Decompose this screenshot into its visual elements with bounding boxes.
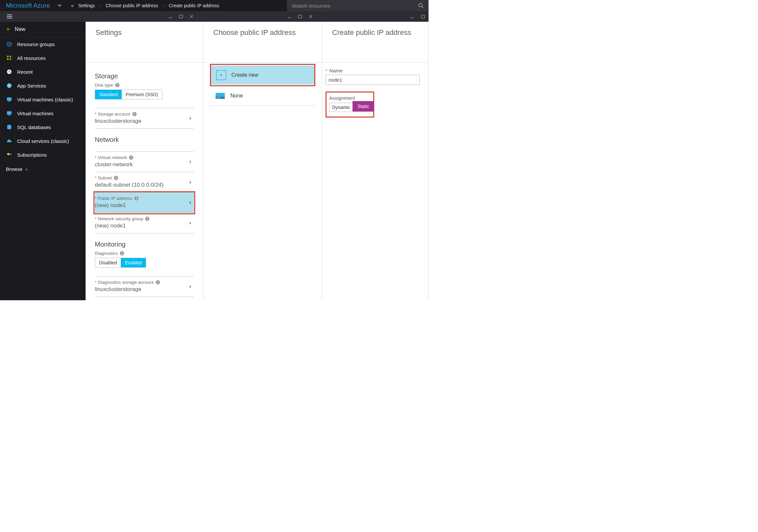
nav-vm-classic[interactable]: Virtual machines (classic) <box>0 92 86 106</box>
monitor-icon <box>6 110 13 117</box>
svg-line-1 <box>422 7 424 8</box>
plus-icon: + <box>6 26 10 32</box>
nav-cloud-classic[interactable]: Cloud services (classic) <box>0 134 86 148</box>
blade-header: Create public IP address <box>322 22 428 62</box>
row-nsg[interactable]: *Network security groupi (new) node1 › <box>95 213 194 233</box>
toggle-option-premium[interactable]: Premium (SSD) <box>122 90 162 99</box>
svg-point-26 <box>220 97 220 98</box>
minimize-icon[interactable] <box>409 13 416 20</box>
toggle-option-dynamic[interactable]: Dynamic <box>329 103 353 112</box>
row-subnet[interactable]: *Subneti default-subnet (10.0.0.0/24) › <box>95 172 194 193</box>
row-value: default-subnet (10.0.0.0/24) <box>95 182 187 188</box>
chevron-right-icon: › <box>187 112 194 124</box>
close-icon[interactable] <box>307 13 314 20</box>
info-icon[interactable]: i <box>115 83 120 87</box>
info-icon[interactable]: i <box>132 112 137 116</box>
toggle-option-disabled[interactable]: Disabled <box>95 258 121 267</box>
chevron-right-icon: › <box>187 280 194 293</box>
database-icon <box>6 124 13 130</box>
toggle-option-static[interactable]: Static <box>354 102 373 111</box>
name-label: *Name <box>326 68 420 73</box>
diagnostics-toggle[interactable]: Disabled Enabled <box>95 258 146 267</box>
section-header-network: Network <box>95 136 194 144</box>
chevron-right-icon: › <box>187 216 194 229</box>
plus-icon: + <box>216 70 226 80</box>
none-option[interactable]: None <box>210 86 315 106</box>
blade-settings: Settings Storage Disk type i Standard Pr… <box>86 22 203 300</box>
svg-rect-5 <box>298 15 302 18</box>
search-placeholder: Search resources <box>292 3 330 9</box>
cloud-icon <box>6 138 13 144</box>
top-bar: Microsoft Azure « Settings › Choose publ… <box>0 0 429 11</box>
breadcrumb-item-1[interactable]: Choose public IP address <box>106 3 158 8</box>
search-icon[interactable] <box>418 3 424 9</box>
row-value: (new) node1 <box>95 202 187 209</box>
assignment-static-highlight[interactable]: Static <box>353 101 374 112</box>
breadcrumb-item-2[interactable]: Create public IP address <box>169 3 219 8</box>
svg-rect-3 <box>179 15 183 18</box>
assignment-label: Assignment <box>329 95 369 101</box>
brand-dropdown-icon[interactable] <box>56 2 63 9</box>
assignment-toggle[interactable]: Dynamic <box>329 103 353 112</box>
brand-logo[interactable]: Microsoft Azure <box>0 2 56 9</box>
nav-recent[interactable]: Recent <box>0 65 86 79</box>
new-button[interactable]: + New <box>0 22 86 37</box>
svg-rect-16 <box>7 111 12 115</box>
create-new-option[interactable]: + Create new <box>211 65 314 85</box>
main-area: + New Resource groups All resources Rece… <box>0 22 429 300</box>
info-icon[interactable]: i <box>129 156 133 160</box>
nav-resource-groups[interactable]: Resource groups <box>0 37 86 51</box>
nav-subscriptions[interactable]: Subscriptions <box>0 148 86 161</box>
info-icon[interactable]: i <box>145 217 150 221</box>
disk-type-label: Disk type i <box>95 83 194 88</box>
ip-icon <box>215 91 225 101</box>
toggle-option-enabled[interactable]: Enabled <box>121 258 146 267</box>
secondary-bar <box>0 11 429 22</box>
close-icon[interactable] <box>188 13 195 20</box>
grid-icon <box>6 54 13 61</box>
info-icon[interactable]: i <box>120 251 124 256</box>
hamburger-icon[interactable] <box>0 11 84 22</box>
nav-label: Virtual machines <box>17 111 54 116</box>
nav-vm[interactable]: Virtual machines <box>0 106 86 120</box>
nav-sql[interactable]: SQL databases <box>0 120 86 134</box>
minimize-icon[interactable] <box>167 13 174 20</box>
section-header-monitoring: Monitoring <box>95 241 194 248</box>
nav-label: App Services <box>17 83 46 89</box>
name-input[interactable] <box>326 75 420 85</box>
toggle-option-standard[interactable]: Standard <box>95 90 122 99</box>
row-virtual-network[interactable]: *Virtual networki cluster-network › <box>95 152 194 172</box>
search-input[interactable]: Search resources <box>287 0 429 11</box>
breadcrumb: « Settings › Choose public IP address › … <box>71 3 219 8</box>
info-icon[interactable]: i <box>156 280 160 284</box>
breadcrumb-item-0[interactable]: Settings <box>78 3 95 8</box>
section-header-storage: Storage <box>95 72 194 80</box>
blade-title: Choose public IP address <box>213 28 312 37</box>
row-value: (new) node1 <box>95 223 187 229</box>
maximize-icon[interactable] <box>296 13 304 20</box>
browse-button[interactable]: Browse › <box>0 161 86 176</box>
left-nav: + New Resource groups All resources Rece… <box>0 22 86 300</box>
row-storage-account[interactable]: *Storage accounti linuxclusterstorage › <box>95 108 194 129</box>
info-icon[interactable]: i <box>114 176 118 180</box>
svg-rect-10 <box>7 58 9 60</box>
monitor-icon <box>6 96 13 103</box>
info-icon[interactable]: i <box>134 196 139 200</box>
row-public-ip[interactable]: *Public IP addressi (new) node1 › <box>95 193 194 213</box>
maximize-icon[interactable] <box>177 13 185 20</box>
chevron-right-icon: › <box>187 155 194 168</box>
svg-point-24 <box>217 97 218 98</box>
chevron-right-icon: › <box>99 3 101 8</box>
globe-icon <box>6 82 13 89</box>
nav-all-resources[interactable]: All resources <box>0 51 86 65</box>
nav-label: All resources <box>17 55 46 61</box>
nav-label: SQL databases <box>17 124 51 130</box>
nav-app-services[interactable]: App Services <box>0 79 86 92</box>
blade-choose-public-ip: Choose public IP address + Create new No… <box>203 22 322 300</box>
breadcrumb-back-icon[interactable]: « <box>71 3 74 8</box>
maximize-icon[interactable] <box>419 13 427 20</box>
blade-header: Settings <box>86 22 203 62</box>
minimize-icon[interactable] <box>286 13 293 20</box>
disk-type-toggle[interactable]: Standard Premium (SSD) <box>95 89 162 99</box>
row-diag-storage[interactable]: *Diagnostics storage accounti linuxclust… <box>95 276 194 297</box>
